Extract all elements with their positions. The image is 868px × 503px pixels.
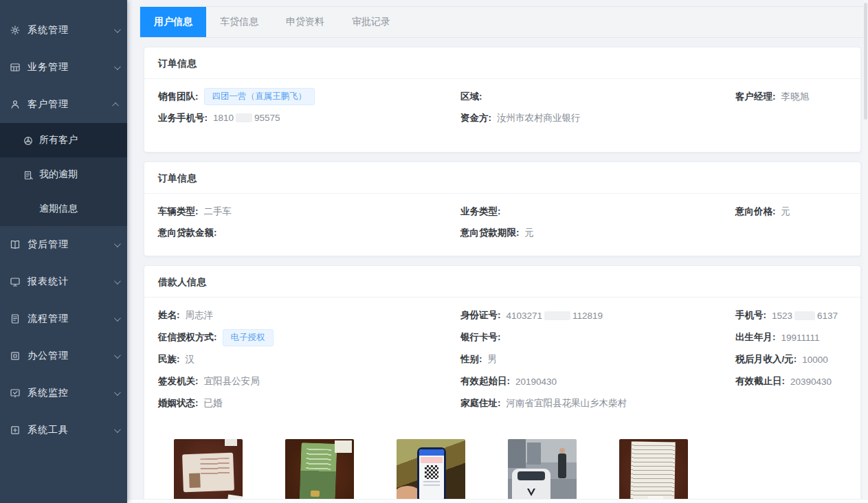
sidebar-item-business-mgmt[interactable]: 业务管理	[0, 49, 127, 86]
tab-car-loan-info[interactable]: 车贷信息	[206, 7, 272, 37]
chevron-down-icon	[114, 389, 121, 396]
id-card-text-lines	[200, 458, 230, 476]
vertical-scrollbar-thumb[interactable]	[864, 3, 867, 120]
photo-id-card[interactable]: 人像面	[174, 439, 243, 499]
photo-document[interactable]: 结婚证明	[619, 439, 688, 499]
green-booklet-art	[299, 443, 337, 499]
square-icon	[10, 350, 21, 361]
sidebar-item-label: 客户管理	[27, 98, 114, 111]
card-title: 订单信息	[144, 47, 860, 79]
field-valid-from: 有效起始日: 20190430	[460, 375, 735, 388]
chevron-down-icon	[114, 26, 121, 33]
order-info-card-1: 订单信息 销售团队: 四团一营（直属王鹏飞） 区域: 客户经理: 李晓旭	[144, 47, 861, 153]
vertical-scrollbar-track[interactable]	[863, 0, 868, 503]
tab-bar: 用户信息 车贷信息 申贷资料 审批记录	[140, 6, 868, 38]
screen-line	[423, 484, 440, 486]
sidebar-item-label: 流程管理	[27, 313, 114, 325]
gear-icon	[10, 25, 21, 36]
field-name: 姓名: 周志洋	[158, 309, 460, 322]
booklet-seal	[311, 491, 320, 497]
photo-person-with-car[interactable]: 人车合影	[508, 439, 577, 499]
booklet-text-lines	[306, 448, 331, 469]
electronic-auth-tag[interactable]: 电子授权	[223, 329, 274, 346]
field-account-manager: 客户经理: 李晓旭	[735, 91, 847, 103]
sidebar-subitem-label: 逾期信息	[39, 203, 78, 215]
table-icon	[10, 62, 21, 73]
field-credit-auth-method: 征信授权方式: 电子授权	[158, 329, 460, 346]
car-windshield	[518, 471, 545, 480]
sidebar-item-label: 办公管理	[27, 350, 114, 362]
redacted-blur	[544, 311, 570, 320]
phone-qr-thumbnail	[397, 439, 465, 499]
document-thumbnail	[619, 439, 688, 499]
screen-row	[421, 457, 443, 463]
app-header-bar	[419, 449, 444, 456]
photo-thumbnails: 人像面 驾驶证正副页	[144, 418, 860, 499]
chevron-down-icon	[114, 315, 121, 322]
field-ethnicity: 民族: 汉	[158, 353, 460, 366]
sidebar-item-label: 报表统计	[27, 276, 114, 288]
paper-slip	[225, 439, 237, 446]
field-home-address: 家庭住址: 河南省宜阳县花果山乡木柴村	[460, 397, 735, 410]
sidebar-item-report-stats[interactable]: 报表统计	[0, 263, 127, 300]
person-body	[558, 454, 566, 478]
sidebar-item-office-mgmt[interactable]: 办公管理	[0, 337, 127, 375]
id-card-thumbnail	[174, 439, 243, 499]
sidebar-item-system-mgmt[interactable]: 系统管理	[0, 12, 127, 49]
main-content: 用户信息 车贷信息 申贷资料 审批记录 订单信息 销售团队: 四团一营（直属王鹏…	[127, 0, 868, 503]
field-intended-price: 意向价格: 元	[735, 205, 847, 218]
sales-team-tag[interactable]: 四团一营（直属王鹏飞）	[204, 88, 315, 105]
app-root: 系统管理 业务管理 客户管理 所有客户 我的逾期 逾期信息	[0, 0, 868, 503]
sidebar-item-label: 系统工具	[27, 424, 114, 436]
sidebar-subitem-overdue-info[interactable]: 逾期信息	[0, 192, 127, 226]
sidebar-subitem-my-overdue[interactable]: 我的逾期	[0, 157, 127, 192]
building-art	[527, 443, 541, 465]
field-sales-team: 销售团队: 四团一营（直属王鹏飞）	[158, 88, 460, 105]
field-birth-date: 出生年月: 19911111	[735, 331, 847, 344]
sidebar-item-label: 贷后管理	[27, 238, 114, 251]
phone-screen	[419, 449, 444, 499]
notebook-icon	[23, 170, 33, 180]
field-business-type: 业务类型:	[460, 205, 735, 218]
monitor-icon	[10, 276, 21, 287]
chevron-down-icon	[114, 63, 121, 70]
photo-credit-auth-qr[interactable]: 征信授权	[397, 439, 465, 499]
sidebar-subitem-label: 所有客户	[39, 134, 78, 146]
field-funding-party: 资金方: 汝州市农村商业银行	[460, 112, 735, 124]
sidebar-item-postloan-mgmt[interactable]: 贷后管理	[0, 226, 127, 263]
tool-icon	[10, 425, 21, 436]
tab-loan-application-docs[interactable]: 申贷资料	[272, 7, 338, 37]
id-card-art	[182, 453, 234, 493]
photo-drivers-license[interactable]: 驾驶证正副页	[285, 439, 354, 499]
sidebar-item-system-monitor[interactable]: 系统监控	[0, 375, 127, 412]
white-car-art	[512, 469, 550, 499]
customer-mgmt-submenu: 所有客户 我的逾期 逾期信息	[0, 123, 127, 226]
field-id-number: 身份证号: 4103271 112819	[460, 309, 735, 322]
tab-approval-records[interactable]: 审批记录	[338, 7, 404, 37]
sidebar-item-label: 系统管理	[27, 24, 114, 36]
building-art	[508, 439, 526, 468]
sidebar-item-customer-mgmt[interactable]: 客户管理	[0, 86, 127, 123]
field-issuing-authority: 签发机关: 宜阳县公安局	[158, 375, 460, 388]
sidebar-item-process-mgmt[interactable]: 流程管理	[0, 300, 127, 337]
field-bank-card-number: 银行卡号:	[460, 331, 735, 344]
sidebar-item-label: 业务管理	[27, 61, 114, 74]
paper-slip	[335, 440, 352, 453]
field-vehicle-type: 车辆类型: 二手车	[158, 205, 460, 218]
monitor-check-icon	[10, 388, 21, 399]
horizontal-scrollbar-track[interactable]	[127, 499, 868, 503]
chevron-down-icon	[114, 426, 121, 433]
borrower-info-card: 借款人信息 姓名: 周志洋 身份证号: 4103271 112819 手机号:	[144, 265, 861, 499]
tab-user-info[interactable]: 用户信息	[140, 7, 206, 37]
sidebar-subitem-all-customers[interactable]: 所有客户	[0, 123, 127, 157]
scroll-area: 订单信息 销售团队: 四团一营（直属王鹏飞） 区域: 客户经理: 李晓旭	[127, 38, 868, 499]
chevron-down-icon	[114, 278, 121, 284]
field-valid-until: 有效截止日: 20390430	[735, 375, 847, 388]
card-title: 借款人信息	[144, 266, 860, 298]
order-info-card-2: 订单信息 车辆类型: 二手车 业务类型: 意向价格: 元	[144, 161, 861, 256]
person-car-thumbnail	[508, 439, 577, 499]
card-title: 订单信息	[144, 162, 860, 194]
id-card-portrait	[189, 473, 201, 488]
sidebar-item-system-tools[interactable]: 系统工具	[0, 412, 127, 449]
chevron-down-icon	[114, 241, 121, 247]
